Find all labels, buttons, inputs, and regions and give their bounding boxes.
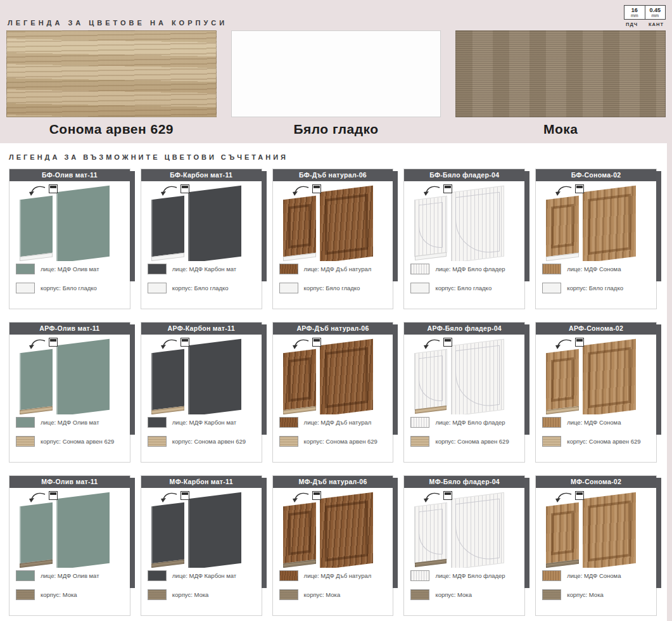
body-color-white-smooth: Бяло гладко <box>231 30 441 137</box>
combination-card: АРФ-Карбон мат-11 лице: МДФ Карбон мат к… <box>141 322 262 463</box>
korpus-row: корпус: Мока <box>410 588 518 601</box>
combination-card: МФ-Карбон мат-11 лице: МДФ Карбон мат ко… <box>141 475 262 616</box>
korpus-row: корпус: Сонома арвен 629 <box>410 435 518 447</box>
korpus-label: корпус: Бяло гладко <box>304 285 360 291</box>
cabinet-door-right <box>188 492 241 568</box>
curved-arrow-icon <box>160 185 179 198</box>
cabinet-front-icon <box>443 491 452 500</box>
cabinet-front-icon <box>49 338 58 347</box>
cabinet-door-left <box>151 196 184 257</box>
combination-card: БФ-Олив мат-11 лице: МДФ Олив мат корпус… <box>9 169 130 309</box>
face-label: лице: МДФ Бяло фладер <box>435 419 505 426</box>
card-title: БФ-Бяло фладер-04 <box>429 171 499 179</box>
curved-arrow-icon <box>29 185 48 198</box>
cabinet-door-left <box>414 503 447 563</box>
combination-card: МФ-Сонома-02 лице: МДФ Сонома корпус: Мо… <box>535 475 657 616</box>
curved-arrow-icon <box>423 338 442 351</box>
cabinet-door-left <box>546 349 579 410</box>
cabinet-door-left <box>20 503 53 563</box>
card-header: МФ-Олив мат-11 <box>10 476 130 488</box>
cabinet-door-left <box>414 349 447 410</box>
face-row: лице: МДФ Карбон мат <box>148 262 255 275</box>
cabinet-door-right <box>451 339 504 414</box>
card-title: БФ-Карбон мат-11 <box>170 171 232 179</box>
korpus-swatch <box>279 589 298 600</box>
face-row: лице: МДФ Карбон мат <box>148 569 255 582</box>
card-visual <box>10 181 130 261</box>
card-visual <box>141 335 262 414</box>
korpus-swatch <box>279 436 298 447</box>
card-visual <box>273 488 393 568</box>
face-row: лице: МДФ Дъб натурал <box>279 569 387 582</box>
cabinet-door-right <box>320 339 373 414</box>
spec-labels: ПДЧ КАНТ <box>624 20 666 27</box>
face-row: лице: МДФ Олив мат <box>16 569 124 582</box>
cabinet-door-left <box>151 503 184 563</box>
cabinet-front-icon <box>312 184 321 193</box>
korpus-label: корпус: Бяло гладко <box>172 285 229 291</box>
combination-card: АРФ-Олив мат-11 лице: МДФ Олив мат корпу… <box>9 322 130 463</box>
sonoma-arven-label: Сонома арвен 629 <box>6 122 217 137</box>
moka-texture <box>455 30 666 117</box>
combination-card: БФ-Карбон мат-11 лице: МДФ Карбон мат ко… <box>141 169 262 309</box>
card-title: БФ-Сонома-02 <box>571 171 621 179</box>
korpus-swatch <box>279 283 298 293</box>
face-row: лице: МДФ Бяло фладер <box>410 569 518 582</box>
cabinet-front-icon <box>181 184 189 193</box>
korpus-swatch <box>16 436 35 447</box>
combination-card: МФ-Дъб натурал-06 лице: МДФ Дъб натурал … <box>272 475 394 616</box>
face-row: лице: МДФ Бяло фладер <box>410 262 518 275</box>
card-visual <box>10 488 130 568</box>
face-swatch <box>148 417 167 428</box>
korpus-row: корпус: Мока <box>148 588 255 601</box>
spec-edge-unit: mm <box>645 13 666 18</box>
face-row: лице: МДФ Бяло фладер <box>410 416 518 428</box>
korpus-row: корпус: Мока <box>16 588 124 601</box>
card-visual <box>536 335 656 414</box>
card-visual <box>273 335 393 414</box>
face-swatch <box>16 417 35 428</box>
curved-arrow-icon <box>160 492 179 504</box>
korpus-label: корпус: Мока <box>41 591 77 598</box>
spec-thickness-value: 16 <box>624 7 645 13</box>
face-swatch <box>16 264 35 274</box>
cabinet-door-right <box>188 186 241 261</box>
combination-card: БФ-Бяло фладер-04 лице: МДФ Бяло фладер … <box>403 169 525 309</box>
face-swatch <box>542 417 561 428</box>
curved-arrow-icon <box>292 492 311 504</box>
card-visual <box>536 181 656 261</box>
door-plinth <box>415 406 447 414</box>
card-header: БФ-Сонома-02 <box>536 169 656 181</box>
combination-grid: БФ-Олив мат-11 лице: МДФ Олив мат корпус… <box>0 166 667 616</box>
cabinet-door-left <box>546 196 579 257</box>
moka-label: Мока <box>455 122 666 137</box>
cabinet-door-right <box>56 492 110 568</box>
korpus-swatch <box>410 589 429 600</box>
card-title: АРФ-Сонома-02 <box>569 324 623 332</box>
combination-card: БФ-Дъб натурал-06 лице: МДФ Дъб натурал … <box>272 169 394 309</box>
card-visual <box>141 488 262 568</box>
card-title: БФ-Олив мат-11 <box>42 171 98 179</box>
cabinet-door-right <box>320 492 373 568</box>
korpus-row: корпус: Бяло гладко <box>148 281 255 294</box>
card-visual <box>10 335 130 414</box>
cabinet-door-left <box>283 503 316 563</box>
cabinet-door-right <box>320 186 373 261</box>
door-plinth <box>546 406 579 414</box>
korpus-swatch <box>16 589 35 600</box>
cabinet-front-icon <box>575 491 584 500</box>
face-row: лице: МДФ Сонома <box>542 569 650 582</box>
door-plinth <box>20 406 53 414</box>
face-swatch <box>148 264 167 274</box>
card-title: МФ-Олив мат-11 <box>41 478 98 485</box>
cabinet-front-icon <box>312 491 321 500</box>
card-header: АРФ-Сонома-02 <box>536 323 656 335</box>
korpus-swatch <box>410 436 429 447</box>
white-smooth-texture <box>231 30 441 117</box>
card-header: МФ-Дъб натурал-06 <box>273 476 393 488</box>
korpus-row: корпус: Сонома арвен 629 <box>148 435 255 447</box>
card-visual <box>404 335 524 414</box>
combinations-section: ЛЕГЕНДА ЗА ВЪЗМОЖНИТЕ ЦВЕТОВИ СЪЧЕТАНИЯ … <box>0 143 667 621</box>
cabinet-door-left <box>546 503 579 563</box>
curved-arrow-icon <box>292 338 311 351</box>
